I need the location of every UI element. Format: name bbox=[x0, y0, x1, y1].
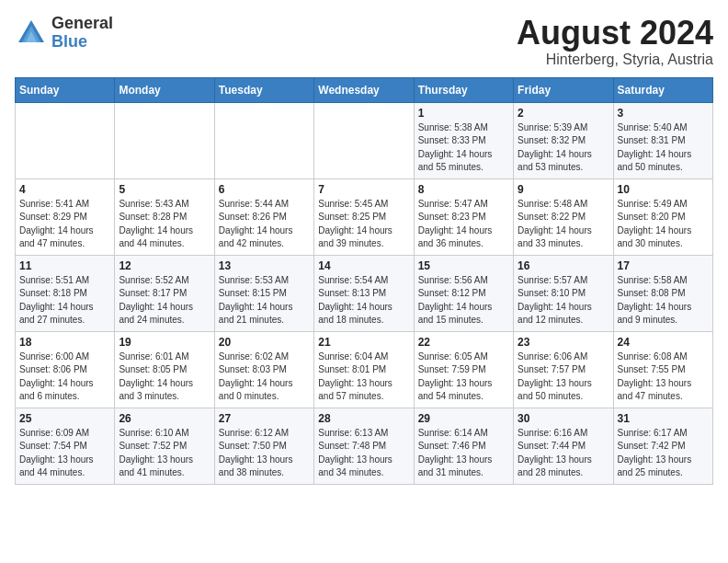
day-info: Sunrise: 5:52 AMSunset: 8:17 PMDaylight:… bbox=[119, 274, 210, 327]
day-cell: 11Sunrise: 5:51 AMSunset: 8:18 PMDayligh… bbox=[16, 255, 115, 331]
day-cell: 8Sunrise: 5:47 AMSunset: 8:23 PMDaylight… bbox=[414, 178, 513, 255]
logo-blue-text: Blue bbox=[51, 33, 113, 52]
header-day-monday: Monday bbox=[115, 77, 214, 102]
day-cell: 31Sunrise: 6:17 AMSunset: 7:42 PMDayligh… bbox=[613, 408, 712, 484]
day-number: 19 bbox=[119, 336, 210, 349]
day-number: 5 bbox=[119, 183, 210, 196]
day-number: 27 bbox=[219, 412, 310, 425]
day-number: 10 bbox=[618, 183, 709, 196]
week-row-2: 4Sunrise: 5:41 AMSunset: 8:29 PMDaylight… bbox=[16, 178, 713, 255]
day-cell: 30Sunrise: 6:16 AMSunset: 7:44 PMDayligh… bbox=[514, 408, 613, 484]
day-info: Sunrise: 5:56 AMSunset: 8:12 PMDaylight:… bbox=[418, 274, 509, 327]
day-cell: 10Sunrise: 5:49 AMSunset: 8:20 PMDayligh… bbox=[613, 178, 712, 255]
day-cell: 21Sunrise: 6:04 AMSunset: 8:01 PMDayligh… bbox=[314, 331, 414, 408]
day-info: Sunrise: 6:01 AMSunset: 8:05 PMDaylight:… bbox=[119, 350, 210, 404]
day-info: Sunrise: 6:00 AMSunset: 8:06 PMDaylight:… bbox=[19, 350, 110, 404]
day-info: Sunrise: 6:06 AMSunset: 7:57 PMDaylight:… bbox=[518, 350, 609, 404]
logo-general-text: General bbox=[51, 15, 113, 33]
day-cell: 28Sunrise: 6:13 AMSunset: 7:48 PMDayligh… bbox=[314, 408, 414, 484]
day-number: 23 bbox=[518, 336, 609, 349]
day-info: Sunrise: 5:43 AMSunset: 8:28 PMDaylight:… bbox=[119, 198, 210, 251]
day-number: 26 bbox=[119, 412, 210, 425]
day-number: 17 bbox=[618, 259, 709, 272]
header-day-friday: Friday bbox=[514, 77, 613, 102]
header: General Blue August 2024 Hinterberg, Sty… bbox=[15, 15, 713, 68]
day-number: 16 bbox=[518, 259, 609, 272]
day-info: Sunrise: 5:54 AMSunset: 8:13 PMDaylight:… bbox=[318, 274, 409, 327]
day-cell: 27Sunrise: 6:12 AMSunset: 7:50 PMDayligh… bbox=[214, 408, 313, 484]
day-cell: 26Sunrise: 6:10 AMSunset: 7:52 PMDayligh… bbox=[115, 408, 214, 484]
day-info: Sunrise: 6:12 AMSunset: 7:50 PMDaylight:… bbox=[219, 427, 310, 480]
calendar-header: SundayMondayTuesdayWednesdayThursdayFrid… bbox=[16, 77, 713, 102]
logo: General Blue bbox=[15, 15, 113, 52]
day-number: 14 bbox=[318, 259, 409, 272]
header-row: SundayMondayTuesdayWednesdayThursdayFrid… bbox=[16, 77, 713, 102]
day-cell: 19Sunrise: 6:01 AMSunset: 8:05 PMDayligh… bbox=[115, 331, 214, 408]
day-info: Sunrise: 5:48 AMSunset: 8:22 PMDaylight:… bbox=[518, 198, 609, 251]
day-number: 21 bbox=[318, 336, 409, 349]
day-info: Sunrise: 6:10 AMSunset: 7:52 PMDaylight:… bbox=[119, 427, 210, 480]
day-cell: 14Sunrise: 5:54 AMSunset: 8:13 PMDayligh… bbox=[314, 255, 414, 331]
day-info: Sunrise: 5:57 AMSunset: 8:10 PMDaylight:… bbox=[518, 274, 609, 327]
calendar-table: SundayMondayTuesdayWednesdayThursdayFrid… bbox=[15, 77, 713, 485]
week-row-5: 25Sunrise: 6:09 AMSunset: 7:54 PMDayligh… bbox=[16, 408, 713, 484]
day-cell: 17Sunrise: 5:58 AMSunset: 8:08 PMDayligh… bbox=[613, 255, 712, 331]
day-number: 3 bbox=[618, 107, 709, 120]
day-cell: 12Sunrise: 5:52 AMSunset: 8:17 PMDayligh… bbox=[115, 255, 214, 331]
day-cell: 13Sunrise: 5:53 AMSunset: 8:15 PMDayligh… bbox=[214, 255, 313, 331]
day-cell bbox=[16, 102, 115, 178]
day-number: 24 bbox=[618, 336, 709, 349]
day-cell: 9Sunrise: 5:48 AMSunset: 8:22 PMDaylight… bbox=[514, 178, 613, 255]
day-info: Sunrise: 5:47 AMSunset: 8:23 PMDaylight:… bbox=[418, 198, 509, 251]
day-cell: 6Sunrise: 5:44 AMSunset: 8:26 PMDaylight… bbox=[214, 178, 313, 255]
day-number: 30 bbox=[518, 412, 609, 425]
day-info: Sunrise: 5:51 AMSunset: 8:18 PMDaylight:… bbox=[19, 274, 110, 327]
day-info: Sunrise: 6:02 AMSunset: 8:03 PMDaylight:… bbox=[219, 350, 310, 404]
day-cell bbox=[214, 102, 313, 178]
header-day-tuesday: Tuesday bbox=[214, 77, 313, 102]
week-row-1: 1Sunrise: 5:38 AMSunset: 8:33 PMDaylight… bbox=[16, 102, 713, 178]
day-info: Sunrise: 5:58 AMSunset: 8:08 PMDaylight:… bbox=[618, 274, 709, 327]
day-cell: 23Sunrise: 6:06 AMSunset: 7:57 PMDayligh… bbox=[514, 331, 613, 408]
header-day-thursday: Thursday bbox=[414, 77, 513, 102]
day-info: Sunrise: 5:41 AMSunset: 8:29 PMDaylight:… bbox=[19, 198, 110, 251]
day-number: 8 bbox=[418, 183, 509, 196]
day-cell: 5Sunrise: 5:43 AMSunset: 8:28 PMDaylight… bbox=[115, 178, 214, 255]
day-cell: 25Sunrise: 6:09 AMSunset: 7:54 PMDayligh… bbox=[16, 408, 115, 484]
day-cell: 22Sunrise: 6:05 AMSunset: 7:59 PMDayligh… bbox=[414, 331, 513, 408]
week-row-4: 18Sunrise: 6:00 AMSunset: 8:06 PMDayligh… bbox=[16, 331, 713, 408]
day-cell: 3Sunrise: 5:40 AMSunset: 8:31 PMDaylight… bbox=[613, 102, 712, 178]
day-cell: 7Sunrise: 5:45 AMSunset: 8:25 PMDaylight… bbox=[314, 178, 414, 255]
day-cell: 20Sunrise: 6:02 AMSunset: 8:03 PMDayligh… bbox=[214, 331, 313, 408]
day-number: 12 bbox=[119, 259, 210, 272]
logo-icon bbox=[15, 17, 48, 50]
day-cell bbox=[314, 102, 414, 178]
day-number: 20 bbox=[219, 336, 310, 349]
day-info: Sunrise: 6:08 AMSunset: 7:55 PMDaylight:… bbox=[618, 350, 709, 404]
day-cell: 29Sunrise: 6:14 AMSunset: 7:46 PMDayligh… bbox=[414, 408, 513, 484]
day-number: 25 bbox=[19, 412, 110, 425]
day-number: 9 bbox=[518, 183, 609, 196]
day-number: 18 bbox=[19, 336, 110, 349]
header-day-saturday: Saturday bbox=[613, 77, 712, 102]
day-number: 15 bbox=[418, 259, 509, 272]
day-info: Sunrise: 6:14 AMSunset: 7:46 PMDaylight:… bbox=[418, 427, 509, 480]
day-info: Sunrise: 5:39 AMSunset: 8:32 PMDaylight:… bbox=[518, 121, 609, 175]
day-info: Sunrise: 5:40 AMSunset: 8:31 PMDaylight:… bbox=[618, 121, 709, 175]
day-number: 13 bbox=[219, 259, 310, 272]
day-info: Sunrise: 5:49 AMSunset: 8:20 PMDaylight:… bbox=[618, 198, 709, 251]
day-cell: 15Sunrise: 5:56 AMSunset: 8:12 PMDayligh… bbox=[414, 255, 513, 331]
day-cell: 18Sunrise: 6:00 AMSunset: 8:06 PMDayligh… bbox=[16, 331, 115, 408]
day-cell bbox=[115, 102, 214, 178]
title-section: August 2024 Hinterberg, Styria, Austria bbox=[517, 15, 713, 68]
day-cell: 4Sunrise: 5:41 AMSunset: 8:29 PMDaylight… bbox=[16, 178, 115, 255]
day-info: Sunrise: 5:45 AMSunset: 8:25 PMDaylight:… bbox=[318, 198, 409, 251]
day-number: 29 bbox=[418, 412, 509, 425]
day-number: 31 bbox=[618, 412, 709, 425]
location-subtitle: Hinterberg, Styria, Austria bbox=[517, 52, 713, 68]
day-info: Sunrise: 5:44 AMSunset: 8:26 PMDaylight:… bbox=[219, 198, 310, 251]
day-info: Sunrise: 6:13 AMSunset: 7:48 PMDaylight:… bbox=[318, 427, 409, 480]
day-number: 6 bbox=[219, 183, 310, 196]
day-cell: 1Sunrise: 5:38 AMSunset: 8:33 PMDaylight… bbox=[414, 102, 513, 178]
day-number: 7 bbox=[318, 183, 409, 196]
